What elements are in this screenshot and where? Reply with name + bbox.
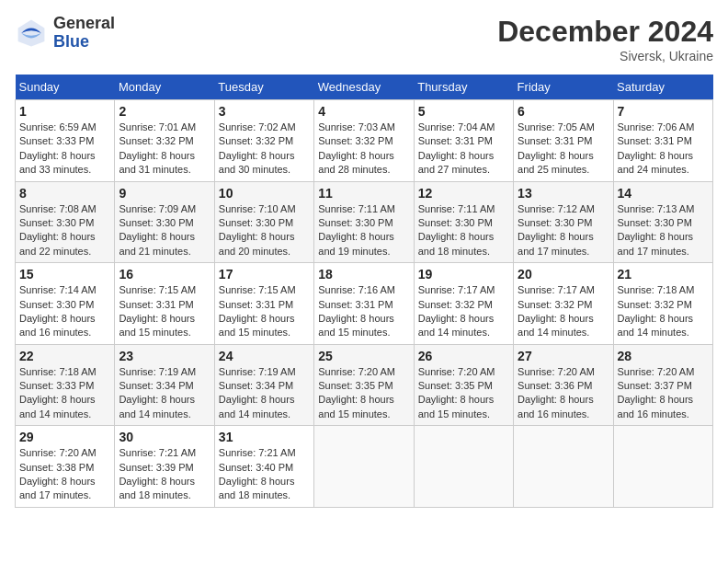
daylight-label: Daylight: 8 hours and 24 minutes. [618,150,694,175]
day-number: 28 [618,349,709,363]
sunset-label: Sunset: 3:32 PM [418,299,493,310]
calendar-cell: 4 Sunrise: 7:03 AM Sunset: 3:32 PM Dayli… [314,100,414,182]
calendar-cell: 16 Sunrise: 7:15 AM Sunset: 3:31 PM Dayl… [115,263,214,345]
daylight-label: Daylight: 8 hours and 14 minutes. [19,394,96,419]
day-info: Sunrise: 7:01 AM Sunset: 3:32 PM Dayligh… [119,121,210,178]
day-info: Sunrise: 7:06 AM Sunset: 3:31 PM Dayligh… [618,121,709,178]
day-info: Sunrise: 7:16 AM Sunset: 3:31 PM Dayligh… [318,283,409,340]
sunrise-label: Sunrise: 7:20 AM [19,447,97,458]
day-info: Sunrise: 7:19 AM Sunset: 3:34 PM Dayligh… [119,365,210,422]
day-info: Sunrise: 7:17 AM Sunset: 3:32 PM Dayligh… [418,283,509,340]
day-info: Sunrise: 6:59 AM Sunset: 3:33 PM Dayligh… [19,121,110,178]
daylight-label: Daylight: 8 hours and 14 minutes. [618,313,694,338]
calendar-cell: 10 Sunrise: 7:10 AM Sunset: 3:30 PM Dayl… [214,181,313,263]
daylight-label: Daylight: 8 hours and 16 minutes. [518,394,594,419]
sunrise-label: Sunrise: 7:05 AM [518,121,595,132]
calendar-cell: 25 Sunrise: 7:20 AM Sunset: 3:35 PM Dayl… [314,344,414,426]
calendar-week-row: 1 Sunrise: 6:59 AM Sunset: 3:33 PM Dayli… [16,100,713,182]
day-number: 15 [19,267,110,282]
sunset-label: Sunset: 3:30 PM [219,217,293,228]
daylight-label: Daylight: 8 hours and 19 minutes. [318,231,394,256]
day-info: Sunrise: 7:15 AM Sunset: 3:31 PM Dayligh… [219,283,310,340]
sunrise-label: Sunrise: 7:13 AM [618,203,695,214]
daylight-label: Daylight: 8 hours and 18 minutes. [219,476,295,500]
daylight-label: Daylight: 8 hours and 17 minutes. [19,476,96,500]
calendar-cell: 29 Sunrise: 7:20 AM Sunset: 3:38 PM Dayl… [16,426,115,508]
day-info: Sunrise: 7:12 AM Sunset: 3:30 PM Dayligh… [518,202,609,259]
daylight-label: Daylight: 8 hours and 15 minutes. [318,394,394,419]
sunrise-label: Sunrise: 7:20 AM [418,366,495,377]
day-number: 5 [418,104,509,119]
calendar-cell: 31 Sunrise: 7:21 AM Sunset: 3:40 PM Dayl… [214,426,313,508]
daylight-label: Daylight: 8 hours and 16 minutes. [618,394,694,419]
daylight-label: Daylight: 8 hours and 14 minutes. [518,313,594,338]
calendar-cell: 27 Sunrise: 7:20 AM Sunset: 3:36 PM Dayl… [514,344,613,426]
sunrise-label: Sunrise: 7:17 AM [418,284,495,295]
day-number: 17 [219,267,310,282]
daylight-label: Daylight: 8 hours and 16 minutes. [19,313,96,338]
sunset-label: Sunset: 3:35 PM [318,380,392,391]
calendar-week-row: 29 Sunrise: 7:20 AM Sunset: 3:38 PM Dayl… [16,426,713,508]
svg-marker-0 [18,19,45,46]
day-info: Sunrise: 7:05 AM Sunset: 3:31 PM Dayligh… [518,121,609,178]
month-title: December 2024 [497,15,713,49]
day-number: 4 [318,104,409,119]
calendar-cell: 17 Sunrise: 7:15 AM Sunset: 3:31 PM Dayl… [214,263,313,345]
calendar-cell: 2 Sunrise: 7:01 AM Sunset: 3:32 PM Dayli… [115,100,214,182]
sunset-label: Sunset: 3:30 PM [518,217,592,228]
sunset-label: Sunset: 3:30 PM [19,299,94,310]
calendar-cell [613,426,712,508]
sunrise-label: Sunrise: 7:20 AM [518,366,595,377]
calendar-cell: 28 Sunrise: 7:20 AM Sunset: 3:37 PM Dayl… [613,344,712,426]
calendar-cell: 18 Sunrise: 7:16 AM Sunset: 3:31 PM Dayl… [314,263,414,345]
column-header-friday: Friday [514,75,613,100]
day-number: 23 [119,349,210,363]
day-number: 29 [19,430,110,444]
sunrise-label: Sunrise: 6:59 AM [19,121,97,132]
calendar-table: SundayMondayTuesdayWednesdayThursdayFrid… [15,75,713,508]
day-number: 31 [219,430,310,444]
day-number: 9 [119,186,210,201]
column-header-sunday: Sunday [16,75,115,100]
sunrise-label: Sunrise: 7:14 AM [19,284,97,295]
sunrise-label: Sunrise: 7:21 AM [119,447,196,458]
sunset-label: Sunset: 3:38 PM [19,462,94,473]
calendar-cell: 20 Sunrise: 7:17 AM Sunset: 3:32 PM Dayl… [514,263,613,345]
calendar-cell: 9 Sunrise: 7:09 AM Sunset: 3:30 PM Dayli… [115,181,214,263]
sunrise-label: Sunrise: 7:12 AM [518,203,595,214]
daylight-label: Daylight: 8 hours and 15 minutes. [219,313,295,338]
sunset-label: Sunset: 3:37 PM [618,380,692,391]
day-info: Sunrise: 7:20 AM Sunset: 3:35 PM Dayligh… [318,365,409,422]
daylight-label: Daylight: 8 hours and 20 minutes. [219,231,295,256]
logo-general-text: General [53,15,115,33]
sunrise-label: Sunrise: 7:20 AM [318,366,395,377]
column-header-wednesday: Wednesday [314,75,414,100]
day-info: Sunrise: 7:09 AM Sunset: 3:30 PM Dayligh… [119,202,210,259]
day-info: Sunrise: 7:18 AM Sunset: 3:33 PM Dayligh… [19,365,110,422]
day-info: Sunrise: 7:10 AM Sunset: 3:30 PM Dayligh… [219,202,310,259]
logo-icon [15,17,48,50]
day-number: 16 [119,267,210,282]
daylight-label: Daylight: 8 hours and 22 minutes. [19,231,96,256]
day-info: Sunrise: 7:17 AM Sunset: 3:32 PM Dayligh… [518,283,609,340]
sunset-label: Sunset: 3:40 PM [219,462,293,473]
sunrise-label: Sunrise: 7:03 AM [318,121,395,132]
daylight-label: Daylight: 8 hours and 33 minutes. [19,150,96,175]
day-info: Sunrise: 7:21 AM Sunset: 3:40 PM Dayligh… [219,446,310,503]
sunrise-label: Sunrise: 7:15 AM [219,284,296,295]
sunrise-label: Sunrise: 7:17 AM [518,284,595,295]
sunrise-label: Sunrise: 7:04 AM [418,121,495,132]
day-info: Sunrise: 7:02 AM Sunset: 3:32 PM Dayligh… [219,121,310,178]
daylight-label: Daylight: 8 hours and 18 minutes. [418,231,495,256]
calendar-cell: 7 Sunrise: 7:06 AM Sunset: 3:31 PM Dayli… [613,100,712,182]
calendar-cell: 14 Sunrise: 7:13 AM Sunset: 3:30 PM Dayl… [613,181,712,263]
sunrise-label: Sunrise: 7:09 AM [119,203,196,214]
day-number: 2 [119,104,210,119]
daylight-label: Daylight: 8 hours and 18 minutes. [119,476,195,500]
calendar-cell: 12 Sunrise: 7:11 AM Sunset: 3:30 PM Dayl… [414,181,513,263]
day-number: 10 [219,186,310,201]
sunset-label: Sunset: 3:33 PM [19,135,94,146]
sunset-label: Sunset: 3:32 PM [119,135,193,146]
calendar-week-row: 15 Sunrise: 7:14 AM Sunset: 3:30 PM Dayl… [16,263,713,345]
calendar-cell [514,426,613,508]
